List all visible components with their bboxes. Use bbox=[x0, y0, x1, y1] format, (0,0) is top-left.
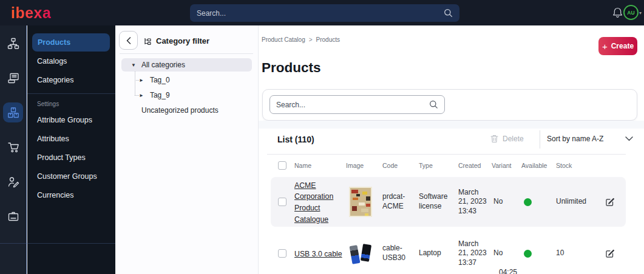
chevron-down-icon bbox=[625, 136, 633, 141]
edit-icon bbox=[605, 197, 615, 207]
sidebar-item-categories[interactable]: Categories bbox=[27, 70, 115, 89]
sidebar-item-currencies[interactable]: Currencies bbox=[27, 185, 115, 204]
tree-item-all-categories[interactable]: ▼ All categories bbox=[121, 58, 252, 72]
col-image: Image bbox=[346, 162, 382, 169]
breadcrumb-separator: > bbox=[309, 36, 313, 43]
table-header-row: Name Image Code Type Created Variant Ava… bbox=[271, 155, 626, 176]
product-created: March 21, 2023 13:37 bbox=[458, 239, 492, 268]
col-code: Code bbox=[382, 162, 419, 169]
sort-dropdown[interactable]: Sort by name A-Z bbox=[547, 135, 638, 143]
col-available: Available bbox=[519, 162, 556, 169]
tree-connector bbox=[135, 80, 140, 81]
col-variant: Variant bbox=[492, 162, 519, 169]
section-gap bbox=[259, 121, 644, 129]
caret-down-icon[interactable]: ▼ bbox=[131, 62, 136, 68]
toolbar-divider bbox=[540, 130, 540, 149]
ibexa-logo: ibexa bbox=[11, 4, 51, 22]
breadcrumb-product-catalog[interactable]: Product Catalog bbox=[262, 36, 305, 43]
badge-icon[interactable] bbox=[3, 206, 23, 226]
col-name: Name bbox=[294, 162, 346, 169]
product-code: prdcat-ACME bbox=[382, 192, 419, 211]
product-type: Laptop bbox=[419, 249, 458, 258]
create-button[interactable]: + Create bbox=[598, 37, 637, 55]
tree-connector bbox=[135, 72, 135, 95]
list-title: List (110) bbox=[277, 135, 314, 144]
edit-button[interactable] bbox=[605, 197, 626, 207]
category-tree-icon bbox=[143, 37, 152, 45]
tree-item-uncategorized[interactable]: Uncategorized products bbox=[115, 104, 258, 117]
sidebar-item-attributes[interactable]: Attributes bbox=[27, 129, 115, 148]
user-avatar[interactable]: AU bbox=[623, 5, 639, 20]
col-stock: Stock bbox=[556, 162, 601, 169]
collapse-panel-button[interactable] bbox=[119, 31, 138, 50]
delete-button[interactable]: Delete bbox=[490, 135, 524, 143]
search-icon bbox=[444, 8, 453, 18]
top-bar: ibexa AU ▾ bbox=[0, 0, 644, 25]
category-filter-panel: Category filter ▼ All categories ► Tag_0… bbox=[115, 25, 259, 274]
table-body: ACME Corporation Product Catalogue prdca… bbox=[271, 177, 626, 274]
select-all-checkbox[interactable] bbox=[278, 161, 286, 170]
customers-icon[interactable] bbox=[3, 172, 23, 192]
row-checkbox[interactable] bbox=[278, 198, 286, 206]
plus-icon: + bbox=[602, 42, 608, 51]
sidebar-item-catalogs[interactable]: Catalogs bbox=[27, 52, 115, 70]
search-card bbox=[262, 89, 637, 121]
product-stock: 10 bbox=[556, 249, 601, 258]
global-search[interactable] bbox=[190, 4, 459, 22]
sidebar-footer-divider bbox=[0, 243, 115, 244]
product-thumbnail bbox=[349, 187, 372, 217]
product-code: cable-USB30 bbox=[382, 244, 419, 262]
product-stock: Unlimited bbox=[556, 197, 601, 207]
product-created: March 21, 2023 13:43 bbox=[458, 188, 492, 216]
available-status-dot bbox=[524, 250, 532, 258]
product-name-link[interactable]: ACME Corporation Product Catalogue bbox=[294, 181, 333, 224]
col-created: Created bbox=[458, 162, 492, 169]
product-name-link[interactable]: USB 3.0 cable bbox=[294, 250, 342, 258]
content-tree-icon[interactable] bbox=[3, 33, 23, 53]
sidebar-item-customer-groups[interactable]: Customer Groups bbox=[27, 167, 115, 185]
cart-icon[interactable] bbox=[3, 137, 23, 157]
available-status-dot bbox=[524, 198, 532, 206]
row-checkbox[interactable] bbox=[278, 249, 286, 258]
icon-rail bbox=[0, 25, 27, 274]
breadcrumb: Product Catalog > Products bbox=[262, 36, 340, 43]
breadcrumb-products: Products bbox=[316, 36, 340, 43]
product-thumbnail bbox=[346, 236, 374, 271]
sidebar-item-attribute-groups[interactable]: Attribute Groups bbox=[27, 110, 115, 129]
tree-connector bbox=[135, 95, 140, 96]
table-row[interactable]: ACME Corporation Product Catalogue prdca… bbox=[271, 177, 626, 227]
product-catalog-icon[interactable] bbox=[3, 102, 23, 122]
product-search-field[interactable] bbox=[269, 95, 445, 114]
panel-divider bbox=[120, 53, 253, 54]
main-content: Product Catalog > Products + Create Prod… bbox=[259, 25, 644, 274]
table-row[interactable]: USB 3.0 cable cable-USB30 Laptop March 2… bbox=[271, 228, 626, 274]
list-header: List (110) Delete Sort by name A-Z bbox=[259, 129, 644, 154]
pages-icon[interactable] bbox=[3, 68, 23, 88]
product-type: Software license bbox=[419, 192, 458, 211]
search-icon bbox=[429, 100, 438, 109]
notifications-bell-icon[interactable] bbox=[612, 7, 623, 19]
category-tree: ▼ All categories ► Tag_0 ► Tag_9 Uncateg… bbox=[115, 58, 258, 117]
sidebar-item-product-types[interactable]: Product Types bbox=[27, 148, 115, 167]
sidebar-section-settings: Settings bbox=[27, 97, 115, 110]
chevron-left-icon bbox=[126, 37, 131, 44]
global-search-input[interactable] bbox=[197, 9, 444, 18]
sidebar-item-products[interactable]: Products bbox=[32, 33, 110, 52]
edit-button[interactable] bbox=[605, 249, 626, 258]
user-menu-caret-icon[interactable]: ▾ bbox=[639, 10, 642, 16]
product-search-input[interactable] bbox=[276, 101, 429, 109]
trash-icon bbox=[490, 135, 498, 143]
clipped-next-row-time: 04:25 bbox=[499, 268, 517, 274]
product-variant: No bbox=[492, 197, 519, 207]
product-variant: No bbox=[492, 249, 519, 258]
edit-icon bbox=[605, 249, 615, 258]
sidebar-nav: Products Catalogs Categories Settings At… bbox=[27, 25, 115, 274]
page-title: Products bbox=[262, 60, 321, 76]
sidebar-divider bbox=[27, 93, 115, 94]
col-type: Type bbox=[419, 162, 458, 169]
category-filter-title: Category filter bbox=[143, 36, 209, 45]
